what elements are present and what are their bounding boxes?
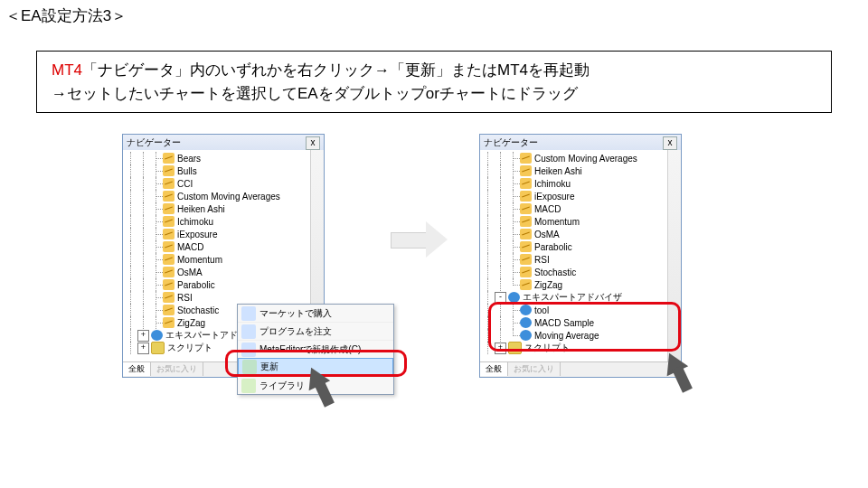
tree-item[interactable]: CCI — [125, 177, 322, 190]
menu-item-metaeditor[interactable]: MetaEditorで新規作成(C) — [238, 340, 393, 358]
tree-item[interactable]: Custom Moving Averages — [125, 190, 322, 202]
instruction-line-2: →セットしたいチャートを選択してEAをダブルトップorチャートにドラッグ — [52, 82, 816, 106]
indicator-icon — [520, 330, 532, 341]
expand-icon[interactable]: + — [495, 343, 506, 354]
tab-all[interactable]: 全般 — [480, 361, 508, 376]
panel-tabs: 全般お気に入り — [480, 361, 681, 377]
indicator-icon — [520, 317, 532, 328]
panel-header[interactable]: ナビゲーター x — [123, 135, 324, 151]
folder-icon — [151, 342, 165, 354]
panel-title: ナビゲーター — [127, 137, 181, 147]
tree-item[interactable]: Ichimoku — [482, 177, 679, 190]
order-icon — [241, 324, 256, 339]
indicator-icon — [163, 267, 175, 277]
indicator-icon — [520, 279, 532, 290]
indicator-icon — [520, 203, 532, 214]
page-title: ＜EA設定方法3＞ — [5, 5, 127, 26]
tree-group[interactable]: +スクリプト — [482, 342, 679, 354]
indicator-icon — [520, 267, 532, 277]
indicator-icon — [163, 178, 175, 189]
tree-item[interactable]: MACD — [482, 202, 679, 215]
panel-body: Custom Moving AveragesHeiken AshiIchimok… — [480, 150, 681, 362]
tree-item[interactable]: Parabolic — [125, 278, 322, 291]
tree-item[interactable]: RSI — [125, 291, 322, 304]
expand-icon[interactable]: + — [137, 330, 149, 342]
tree-item[interactable]: tool — [482, 304, 679, 316]
menu-item-buy[interactable]: マーケットで購入 — [238, 305, 393, 322]
tab-all[interactable]: 全般 — [123, 361, 151, 376]
navigator-tree-after: Custom Moving AveragesHeiken AshiIchimok… — [480, 150, 681, 356]
indicator-icon — [163, 317, 175, 328]
panel-title: ナビゲーター — [484, 137, 538, 147]
indicator-icon — [520, 305, 532, 315]
close-icon[interactable]: x — [663, 136, 677, 150]
tree-item[interactable]: Parabolic — [482, 240, 679, 253]
expand-icon[interactable]: + — [137, 343, 149, 354]
indicator-icon — [163, 279, 175, 290]
folder-icon — [151, 330, 163, 341]
tree-item[interactable]: Stochastic — [482, 266, 679, 278]
indicator-icon — [163, 165, 175, 176]
instruction-line-1: MT4「ナビゲータ」内のいずれかを右クリック→「更新」またはMT4を再起動 — [52, 59, 816, 82]
tree-item[interactable]: iExposure — [125, 228, 322, 240]
tab-favorites[interactable]: お気に入り — [151, 362, 203, 376]
arrow-right-icon — [391, 221, 450, 258]
close-icon[interactable]: x — [306, 136, 320, 150]
indicator-icon — [520, 178, 532, 189]
tree-group[interactable]: -エキスパートアドバイザ — [482, 291, 679, 304]
indicator-icon — [163, 254, 175, 265]
indicator-icon — [520, 191, 532, 202]
tree-item[interactable]: Custom Moving Averages — [482, 152, 679, 164]
folder-icon — [508, 342, 522, 354]
tree-item[interactable]: Momentum — [125, 253, 322, 266]
tree-item[interactable]: iExposure — [482, 190, 679, 202]
scrollbar[interactable] — [667, 150, 681, 362]
tree-item[interactable]: Ichimoku — [125, 215, 322, 228]
instruction-callout: MT4「ナビゲータ」内のいずれかを右クリック→「更新」またはMT4を再起動 →セ… — [36, 51, 832, 113]
indicator-icon — [520, 229, 532, 239]
cart-icon — [241, 306, 256, 321]
tree-item[interactable]: Momentum — [482, 215, 679, 228]
indicator-icon — [163, 241, 175, 252]
navigator-panel-after: ナビゲーター x Custom Moving AveragesHeiken As… — [479, 134, 682, 378]
mt4-label: MT4 — [52, 61, 82, 79]
indicator-icon — [520, 254, 532, 265]
indicator-icon — [163, 229, 175, 239]
tree-item[interactable]: RSI — [482, 253, 679, 266]
tree-item[interactable]: Bears — [125, 152, 322, 164]
indicator-icon — [520, 216, 532, 227]
tree-item[interactable]: ZigZag — [482, 278, 679, 291]
indicator-icon — [520, 153, 532, 164]
menu-item-order[interactable]: プログラムを注文 — [238, 322, 393, 340]
tree-item[interactable]: MACD Sample — [482, 316, 679, 329]
panel-header[interactable]: ナビゲーター x — [480, 135, 681, 151]
indicator-icon — [163, 216, 175, 227]
tree-item[interactable]: Heiken Ashi — [482, 164, 679, 177]
refresh-icon — [242, 360, 257, 374]
indicator-icon — [163, 292, 175, 303]
tree-item[interactable]: Heiken Ashi — [125, 202, 322, 215]
indicator-icon — [520, 241, 532, 252]
folder-icon — [508, 292, 520, 303]
expand-icon[interactable]: - — [495, 292, 506, 304]
indicator-icon — [163, 305, 175, 315]
indicator-icon — [163, 203, 175, 214]
tree-item[interactable]: MACD — [125, 240, 322, 253]
indicator-icon — [163, 153, 175, 164]
tree-item[interactable]: OsMA — [125, 266, 322, 278]
indicator-icon — [520, 165, 532, 176]
tab-favorites[interactable]: お気に入り — [508, 362, 561, 376]
library-icon — [241, 379, 256, 393]
indicator-icon — [163, 191, 175, 202]
tree-item[interactable]: Moving Average — [482, 329, 679, 342]
tree-item[interactable]: Bulls — [125, 164, 322, 177]
tree-item[interactable]: OsMA — [482, 228, 679, 240]
edit-icon — [241, 343, 256, 357]
